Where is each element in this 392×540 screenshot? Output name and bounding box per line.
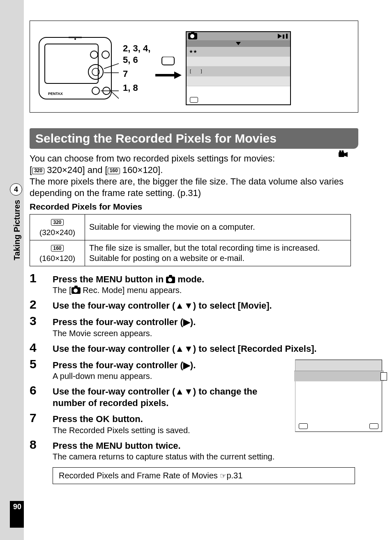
page-number: 90	[10, 501, 24, 528]
lcd-preview: ★★ [ ]	[186, 31, 291, 105]
step-number: 1	[30, 271, 42, 285]
row1-dim: (320×240)	[39, 228, 75, 237]
chapter-number-badge: 4	[10, 183, 22, 196]
svg-point-23	[339, 150, 341, 152]
ok-indicator-icon	[369, 423, 378, 429]
camera-icon-inline	[71, 287, 81, 294]
svg-point-3	[74, 38, 76, 40]
s1a: Press the	[53, 274, 96, 284]
top-diagram: PENTAX 2, 3, 4, 5, 6 7 1, 8	[30, 21, 358, 113]
section-title: Selecting the Recorded Pixels for Movies	[30, 128, 358, 149]
svg-point-24	[342, 150, 344, 152]
step-number: 7	[30, 411, 42, 425]
svg-marker-20	[236, 42, 241, 45]
row2-badge: 160	[51, 245, 63, 252]
step8-sub: The camera returns to capture status wit…	[53, 452, 358, 462]
table-heading: Recorded Pixels for Movies	[30, 202, 358, 212]
svg-point-6	[90, 51, 98, 58]
badge-160: 160	[108, 168, 120, 174]
diagram-button-labels: 2, 3, 4, 5, 6 7 1, 8	[123, 43, 150, 93]
row2-desc: The file size is smaller, but the total …	[85, 240, 351, 266]
row1-badge: 320	[51, 219, 63, 226]
ok-word: OK	[96, 414, 110, 424]
step-number: 3	[30, 314, 42, 328]
svg-point-4	[88, 65, 103, 79]
menu-word: MENU	[96, 274, 122, 284]
pixels-table: 320 (320×240) Suitable for viewing the m…	[30, 214, 351, 266]
step-number: 8	[30, 438, 42, 452]
step8-heading: Press the MENU button twice.	[53, 440, 358, 452]
badge-320: 320	[32, 168, 44, 174]
svg-point-7	[102, 51, 109, 58]
menu-word-2: MENU	[96, 441, 122, 451]
triangle-down-icon	[236, 42, 241, 45]
intro-line1: You can choose from two recorded pixels …	[30, 153, 275, 164]
nav-right-icon	[278, 34, 282, 39]
pointer-icon: ☞	[220, 472, 226, 480]
table-row2-label: 160 (160×120)	[30, 240, 85, 266]
movie-mode-icon	[339, 150, 348, 160]
row2-dim: (160×120)	[39, 254, 75, 263]
camera-brand-text: PENTAX	[48, 92, 63, 96]
ref-page: p.31	[226, 471, 242, 480]
step5-heading: Press the four-way controller (▶).	[53, 360, 266, 371]
step-number: 4	[30, 341, 42, 355]
tools-icon	[283, 34, 288, 39]
diagram-label-3: 1, 8	[123, 83, 138, 93]
intro-opt1: 320×240] and [	[44, 165, 108, 175]
svg-point-8	[92, 87, 99, 95]
s1b: button in	[122, 274, 166, 284]
step-number: 2	[30, 298, 42, 312]
intro-line3: The more pixels there are, the bigger th…	[30, 176, 344, 198]
step2-heading: Use the four-way controller (▲▼) to sele…	[53, 300, 358, 312]
lcd-small-preview	[295, 360, 382, 432]
camera-back-illustration: PENTAX	[37, 29, 119, 107]
svg-marker-16	[174, 72, 182, 79]
table-row1-label: 320 (320×240)	[30, 214, 85, 240]
svg-rect-19	[286, 34, 288, 39]
step5-sub: A pull-down menu appears.	[53, 372, 266, 381]
camera-mode-icon	[166, 277, 175, 283]
s8b: button twice.	[122, 441, 181, 451]
step4-heading: Use the four-way controller (▲▼) to sele…	[53, 343, 358, 355]
left-margin	[0, 0, 24, 540]
camera-icon	[188, 33, 197, 39]
ok-indicator-icon	[190, 97, 198, 103]
svg-marker-22	[344, 152, 348, 157]
step3-heading: Press the four-way controller (▶).	[53, 316, 358, 328]
svg-rect-0	[39, 37, 111, 99]
s1sa: The [	[53, 286, 71, 295]
bracket-icon: [ ]	[189, 69, 203, 74]
step3-sub: The Movie screen appears.	[53, 329, 358, 338]
intro-opt2: 160×120].	[120, 165, 163, 175]
side-label: Taking Pictures	[12, 200, 22, 260]
row1-desc: Suitable for viewing the movie on a comp…	[85, 214, 351, 240]
step-number: 5	[30, 357, 42, 371]
step6-heading: Use the four-way controller (▲▼) to chan…	[53, 386, 266, 408]
reference-box: Recorded Pixels and Frame Rate of Movies…	[53, 467, 355, 484]
step-number: 6	[30, 383, 42, 397]
s1sb: Rec. Mode] menu appears.	[81, 286, 182, 295]
svg-line-13	[111, 91, 119, 102]
svg-marker-17	[278, 34, 282, 39]
s7a: Press the	[53, 414, 96, 424]
s8a: Press the	[53, 441, 96, 451]
selection-marker-icon	[380, 372, 387, 381]
arrow-icon	[154, 57, 182, 80]
s7b: button.	[110, 414, 143, 424]
diagram-label-2: 7	[123, 69, 128, 79]
svg-rect-14	[162, 57, 174, 65]
intro-text: You can choose from two recorded pixels …	[30, 153, 358, 199]
svg-rect-18	[283, 35, 284, 39]
ref-text: Recorded Pixels and Frame Rate of Movies	[59, 471, 220, 480]
stars-icon: ★★	[189, 49, 197, 54]
diagram-label-1a: 2, 3, 4,	[123, 43, 150, 54]
svg-rect-21	[339, 152, 344, 157]
svg-rect-1	[45, 44, 98, 83]
diagram-label-1b: 5, 6	[123, 55, 138, 65]
menu-indicator-icon	[299, 423, 308, 429]
s1c: mode.	[175, 274, 204, 284]
step1-sub: The [ Rec. Mode] menu appears.	[53, 286, 358, 295]
step1-heading: Press the MENU button in mode.	[53, 274, 358, 285]
